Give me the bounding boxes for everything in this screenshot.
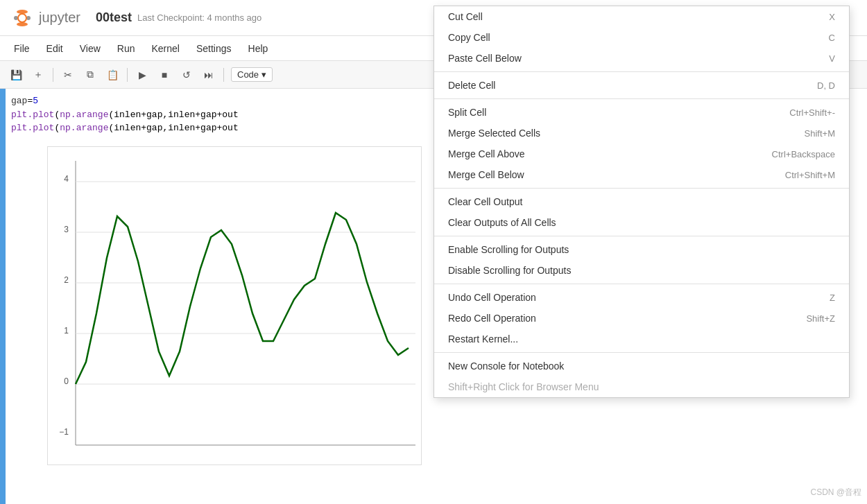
menu-entry-shortcut: V — [829, 53, 835, 64]
menu-entry-label: Shift+Right Click for Browser Menu — [448, 381, 599, 392]
menu-entry-clear-outputs-of-all-cells[interactable]: Clear Outputs of All Cells — [434, 212, 849, 233]
menu-divider — [434, 236, 849, 236]
menu-entry-copy-cell[interactable]: Copy CellC — [434, 27, 849, 48]
menu-entry-disable-scrolling-for-outputs[interactable]: Disable Scrolling for Outputs — [434, 260, 849, 281]
menu-entry-split-cell[interactable]: Split CellCtrl+Shift+- — [434, 102, 849, 123]
menu-entry-label: Clear Cell Output — [448, 196, 522, 207]
menu-entry-label: Paste Cell Below — [448, 53, 522, 64]
menu-entry-cut-cell[interactable]: Cut CellX — [434, 6, 849, 27]
menu-entry-label: Delete Cell — [448, 80, 495, 91]
menu-entry-shortcut: Ctrl+Shift+M — [785, 170, 835, 180]
menu-entry-paste-cell-below[interactable]: Paste Cell BelowV — [434, 48, 849, 69]
menu-entry-merge-cell-above[interactable]: Merge Cell AboveCtrl+Backspace — [434, 144, 849, 164]
edit-dropdown-menu: Cut CellXCopy CellCPaste Cell BelowVDele… — [434, 6, 850, 398]
menu-entry-clear-cell-output[interactable]: Clear Cell Output — [434, 191, 849, 212]
menu-entry-label: Merge Cell Below — [448, 169, 524, 180]
menu-entry-shortcut: C — [829, 33, 835, 43]
menu-entry-label: Merge Selected Cells — [448, 128, 540, 139]
menu-divider — [434, 284, 849, 284]
menu-divider — [434, 98, 849, 99]
menu-entry-shortcut: Shift+M — [805, 128, 835, 139]
menu-entry-redo-cell-operation[interactable]: Redo Cell OperationShift+Z — [434, 308, 849, 329]
menu-entry-label: Redo Cell Operation — [448, 313, 536, 324]
menu-entry-label: Undo Cell Operation — [448, 292, 536, 303]
menu-entry-merge-cell-below[interactable]: Merge Cell BelowCtrl+Shift+M — [434, 164, 849, 185]
menu-entry-shortcut: Shift+Z — [806, 313, 835, 324]
menu-entry-merge-selected-cells[interactable]: Merge Selected CellsShift+M — [434, 123, 849, 144]
menu-entry-label: Enable Scrolling for Outputs — [448, 244, 569, 255]
menu-entry-label: Clear Outputs of All Cells — [448, 217, 556, 228]
menu-entry-delete-cell[interactable]: Delete CellD, D — [434, 75, 849, 96]
menu-entry-label: Merge Cell Above — [448, 148, 525, 159]
menu-entry-new-console-for-notebook[interactable]: New Console for Notebook — [434, 356, 849, 376]
menu-divider — [434, 352, 849, 353]
menu-entry-label: Split Cell — [448, 107, 486, 118]
menu-entry-restart-kernel[interactable]: Restart Kernel... — [434, 329, 849, 349]
menu-entry-shortcut: Ctrl+Shift+- — [789, 107, 835, 118]
watermark: CSDN @音程 — [810, 487, 861, 498]
menu-entry-shortcut: D, D — [817, 80, 835, 91]
menu-entry-label: New Console for Notebook — [448, 360, 564, 372]
menu-divider — [434, 188, 849, 189]
menu-entry-shortcut: X — [829, 12, 835, 22]
menu-entry-label: Cut Cell — [448, 11, 483, 22]
menu-entry-enable-scrolling-for-outputs[interactable]: Enable Scrolling for Outputs — [434, 239, 849, 260]
menu-entry-undo-cell-operation[interactable]: Undo Cell OperationZ — [434, 287, 849, 308]
dropdown-overlay: Cut CellXCopy CellCPaste Cell BelowVDele… — [0, 0, 867, 504]
menu-entry-label: Copy Cell — [448, 32, 490, 43]
menu-entry-shiftright-click-for-browser-menu: Shift+Right Click for Browser Menu — [434, 376, 849, 397]
menu-entry-label: Disable Scrolling for Outputs — [448, 265, 571, 276]
menu-entry-shortcut: Z — [830, 293, 835, 303]
menu-entry-shortcut: Ctrl+Backspace — [772, 149, 835, 159]
menu-entry-label: Restart Kernel... — [448, 333, 518, 345]
menu-divider — [434, 71, 849, 72]
